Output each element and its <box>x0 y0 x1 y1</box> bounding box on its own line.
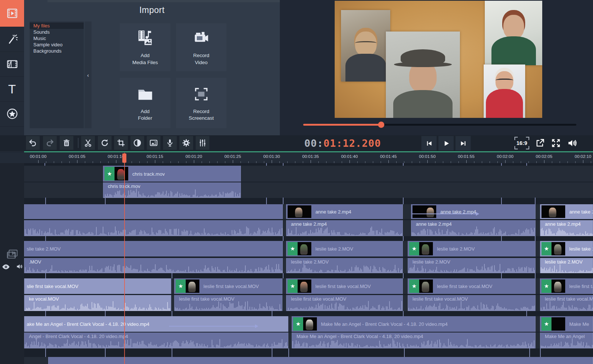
audio-clip[interactable] <box>24 220 283 236</box>
audio-clip[interactable]: chris track.mov <box>103 182 241 198</box>
video-clip[interactable]: ★chris track.mov <box>103 166 241 182</box>
clip-boundary-marker <box>501 236 502 241</box>
thumbnail-person <box>422 244 429 255</box>
ruler-label: 00:01:30 <box>264 154 280 159</box>
eye-toggle[interactable] <box>2 264 10 270</box>
timeline-ruler[interactable]: 00:01:0000:01:0500:01:1000:01:1500:01:20… <box>0 152 593 163</box>
audio-clip[interactable]: leslie first take vocal.MOV <box>408 295 536 311</box>
ruler-tick <box>466 160 467 163</box>
ruler-label: 00:01:50 <box>419 154 436 159</box>
video-clip[interactable]: ★Make Me <box>540 316 593 332</box>
video-clip[interactable]: ★leslie first take vocal.MOV <box>286 278 403 294</box>
speaker-toggle[interactable] <box>16 262 24 271</box>
audio-clip[interactable]: leslie first take vocal.MOV <box>540 295 593 311</box>
previous-frame-button[interactable] <box>421 136 437 150</box>
sidebar-tab-media[interactable] <box>0 0 24 27</box>
clip-filename: leslie first take vocal.MOV <box>203 284 259 289</box>
aspect-ratio-button[interactable]: 16:9 <box>514 137 529 149</box>
record-screencast-button[interactable]: RecordScreencast <box>176 78 226 128</box>
undo-button[interactable] <box>26 136 40 150</box>
audio-clip[interactable]: leslie first take vocal.MOV <box>286 295 403 311</box>
rotate-button[interactable] <box>98 136 112 150</box>
redo-button[interactable] <box>43 136 57 150</box>
audio-clip[interactable]: leslie take 2.MOV <box>286 258 403 273</box>
video-clip[interactable]: ★leslie take 2.MOV <box>408 241 536 257</box>
seek-bar-progress <box>303 124 382 126</box>
clip-boundary-marker <box>288 348 289 357</box>
audio-clip[interactable]: Angel - Brent Clark Vocal - 4.18. 20 vid… <box>24 332 288 348</box>
video-clip[interactable]: ★leslie take 2.MOV <box>286 241 403 257</box>
delete-button[interactable] <box>60 136 73 150</box>
seek-bar-handle[interactable] <box>378 122 384 128</box>
clip-properties-button[interactable] <box>196 136 209 150</box>
video-clip[interactable] <box>48 357 593 364</box>
clip-thumbnail: ★ <box>541 242 565 255</box>
video-clip[interactable]: ★leslie first take vocal.MOV <box>174 278 282 294</box>
sidebar-tab-titles[interactable]: T <box>0 76 24 102</box>
settings-button[interactable] <box>179 136 193 150</box>
audio-clip[interactable]: leslie take 2.MOV <box>540 258 593 273</box>
video-clip[interactable]: ★leslie first take vocal.MOV <box>540 278 593 294</box>
category-music[interactable]: Music <box>30 35 84 42</box>
audio-clip[interactable]: Make Me an Angel - Brent Clark Vocal - 4… <box>292 332 536 348</box>
video-clip[interactable]: ★leslie first take vocal.MOV <box>408 278 536 294</box>
audio-clip[interactable]: leslie take 2.MOV <box>408 258 536 273</box>
crop-button[interactable] <box>114 136 128 150</box>
video-clip[interactable]: anne take 2.mp4 <box>411 204 536 219</box>
category-sample-video[interactable]: Sample video <box>30 42 84 48</box>
clip-filename: ake Me an Angel - Brent Clark Vocal - 4.… <box>27 321 149 327</box>
filters-button[interactable] <box>147 136 160 150</box>
next-frame-button[interactable] <box>455 136 471 150</box>
video-clip[interactable] <box>24 204 283 219</box>
favorite-star-icon: ★ <box>409 242 419 255</box>
clip-boundary-marker <box>272 348 272 357</box>
clip-boundary-marker <box>283 236 284 241</box>
category-sounds[interactable]: Sounds <box>30 29 84 35</box>
color-adjust-button[interactable] <box>130 136 144 150</box>
category-backgrounds[interactable]: Backgrounds <box>30 48 84 54</box>
add-media-files-button[interactable]: AddMedia Files <box>120 23 170 71</box>
toolbar-separator <box>78 138 79 148</box>
play-button[interactable] <box>438 136 454 150</box>
cut-button[interactable] <box>81 136 95 150</box>
video-clip[interactable]: ★leslie take 2.MOV <box>540 241 593 257</box>
clip-boundary-marker <box>172 311 172 316</box>
video-clip[interactable]: ★Make Me an Angel - Brent Clark Vocal - … <box>292 316 536 332</box>
ruler-label: 00:01:20 <box>186 154 202 159</box>
audio-clip[interactable]: anne take 2.mp4 <box>411 220 536 236</box>
record-video-button[interactable]: RecordVideo <box>176 23 226 71</box>
video-clip[interactable]: anne take 2.mp4 <box>286 204 403 219</box>
collapse-panel-button[interactable]: ‹ <box>85 21 92 128</box>
cut-icon <box>84 139 92 147</box>
sidebar-tab-stickers[interactable] <box>0 101 24 127</box>
record-audio-button[interactable] <box>163 136 177 150</box>
audio-clip[interactable]: .MOV <box>24 258 283 273</box>
clip-thumbnail: ★ <box>409 279 433 293</box>
volume-button[interactable] <box>566 137 578 149</box>
video-track: slie first take vocal.MOV★leslie first t… <box>24 278 593 294</box>
clip-boundary-marker <box>540 348 541 357</box>
export-frame-button[interactable] <box>534 137 546 149</box>
playhead-handle[interactable] <box>122 153 126 163</box>
clip-filename: leslie first take vocal.MOV <box>437 284 493 289</box>
category-my-files[interactable]: My files <box>30 23 84 29</box>
clip-boundary-marker <box>105 348 106 357</box>
fullscreen-button[interactable] <box>550 137 562 149</box>
audio-clip[interactable]: anne take 2.mp4 <box>286 220 403 236</box>
clip-boundary-marker <box>535 236 536 241</box>
linked-clips-toggle[interactable] <box>5 248 19 262</box>
transition-arrow-icon <box>412 214 479 214</box>
audio-clip[interactable]: ke vocal.MOV <box>24 295 171 311</box>
audio-clip[interactable]: leslie first take vocal.MOV <box>174 295 282 311</box>
linked-clips-icon <box>5 248 19 262</box>
sidebar-tab-transitions[interactable] <box>0 52 24 77</box>
audio-waveform <box>408 301 536 311</box>
audio-clip[interactable]: anne take 2.mp4 <box>540 220 593 236</box>
video-clip[interactable]: ake Me an Angel - Brent Clark Vocal - 4.… <box>24 316 288 332</box>
video-clip[interactable]: slie take 2.MOV <box>24 241 283 257</box>
sidebar-tab-filters[interactable] <box>0 27 24 52</box>
video-clip[interactable]: slie first take vocal.MOV <box>24 278 171 294</box>
add-folder-button[interactable]: AddFolder <box>120 78 170 128</box>
audio-clip[interactable]: Make Me an Angel <box>540 332 593 348</box>
video-clip[interactable]: anne take 2.mp4 <box>540 204 593 219</box>
